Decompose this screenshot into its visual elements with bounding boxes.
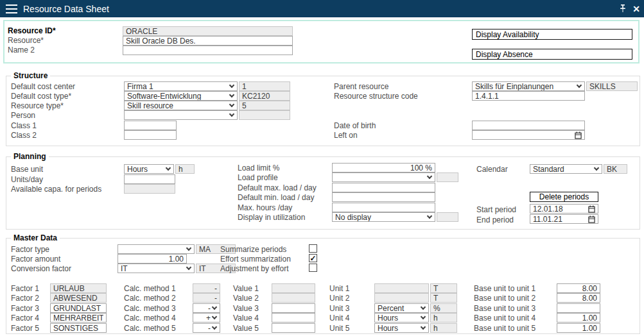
- person-label: Person: [11, 111, 35, 120]
- window-title: Resource Data Sheet: [23, 4, 109, 14]
- menu-icon[interactable]: [6, 4, 17, 13]
- factor-amount-label: Factor amount: [11, 255, 60, 264]
- effort-summarization-checkbox[interactable]: ✓: [309, 254, 317, 262]
- summarize-periods-checkbox[interactable]: [309, 244, 317, 253]
- calc-method4-label: Calc. method 4: [124, 314, 176, 323]
- resource-structure-code-label: Resource structure code: [334, 92, 418, 101]
- calendar-select[interactable]: Standard: [530, 164, 602, 174]
- person-select[interactable]: [124, 110, 238, 120]
- default-min-load-field[interactable]: [332, 192, 435, 202]
- resource-type-select[interactable]: Skill resource: [124, 101, 238, 110]
- chevron-down-icon: [427, 214, 432, 219]
- unit3-select[interactable]: Percent: [374, 303, 429, 313]
- adjustment-by-effort-checkbox[interactable]: [309, 264, 317, 272]
- date-of-birth-field[interactable]: [472, 121, 585, 130]
- display-absence-button[interactable]: Display Absence: [472, 49, 632, 60]
- value3-label: Value 3: [233, 304, 259, 313]
- resource-data-sheet-window: Resource Data Sheet ✕ Resource ID* Resou…: [0, 0, 644, 336]
- default-cost-center-code: 1: [239, 81, 290, 91]
- calc-method2-label: Calc. method 2: [124, 294, 176, 303]
- load-limit-field[interactable]: 100 %: [332, 163, 435, 172]
- delete-periods-button[interactable]: Delete periods: [530, 192, 598, 202]
- pushpin-icon[interactable]: [618, 4, 627, 13]
- factor5-label: Factor 5: [11, 324, 39, 333]
- display-availability-button[interactable]: Display Availability: [472, 29, 632, 40]
- value4-label: Value 4: [233, 314, 259, 323]
- class2-field[interactable]: [124, 130, 177, 140]
- calc-method3-select[interactable]: -: [193, 303, 220, 313]
- base-unit-to-unit2-field[interactable]: 8.00: [557, 293, 600, 303]
- resource-name-field[interactable]: Skill Oracle DB Des.: [123, 36, 293, 46]
- resource-type-label: Resource type*: [11, 101, 64, 110]
- unit5-select[interactable]: Hours: [374, 323, 429, 333]
- value4-field[interactable]: [272, 313, 315, 323]
- calendar-icon[interactable]: [588, 205, 595, 213]
- calc-method5-select[interactable]: -: [193, 323, 220, 333]
- name2-field[interactable]: [123, 46, 293, 55]
- resource-label: Resource*: [8, 36, 44, 45]
- load-profile-label: Load profile: [238, 173, 278, 182]
- conversion-factor-label: Conversion factor: [11, 264, 71, 273]
- factor-amount-field[interactable]: 1.00: [117, 254, 187, 264]
- calendar-icon[interactable]: [588, 215, 595, 223]
- name2-label: Name 2: [8, 46, 35, 55]
- unit3-label: Unit 3: [329, 304, 349, 313]
- default-cost-type-label: Default cost type*: [11, 92, 71, 101]
- default-max-load-field[interactable]: [332, 183, 435, 192]
- class1-label: Class 1: [11, 121, 37, 130]
- value5-field[interactable]: [272, 323, 315, 333]
- max-hours-label: Max. hours /day: [238, 203, 292, 212]
- calendar-icon[interactable]: [575, 131, 582, 139]
- max-hours-field[interactable]: [332, 203, 435, 212]
- unit1-select: [374, 283, 429, 293]
- unit3-code: %: [430, 303, 457, 313]
- calc-method5-label: Calc. method 5: [124, 324, 176, 333]
- value3-field[interactable]: [272, 303, 315, 313]
- base-unit-to-unit4-field[interactable]: 1.00: [557, 313, 600, 323]
- start-period-field[interactable]: 12.01.18: [530, 204, 598, 214]
- factor2-label: Factor 2: [11, 294, 39, 303]
- date-of-birth-label: Date of birth: [334, 121, 376, 130]
- base-unit-to-unit1-field[interactable]: 8.00: [557, 283, 600, 293]
- base-unit-label: Base unit: [11, 165, 43, 174]
- load-profile-select[interactable]: [332, 172, 435, 182]
- master-data-legend: Master Data: [11, 233, 60, 242]
- calendar-code: BK: [604, 164, 627, 174]
- resource-structure-code-field[interactable]: 1.4.1.1: [472, 91, 585, 101]
- structure-legend: Structure: [11, 71, 50, 80]
- base-unit-to-unit3-field[interactable]: [557, 303, 600, 313]
- summarize-periods-label: Summarize periods: [220, 245, 286, 254]
- end-period-field[interactable]: 11.01.21: [530, 214, 598, 224]
- parent-resource-code: SKILLS: [586, 81, 638, 91]
- base-unit-select[interactable]: Hours: [124, 164, 174, 174]
- calc-method4-select[interactable]: +: [193, 313, 220, 323]
- factor4-name-field[interactable]: MEHRARBEIT: [50, 313, 107, 323]
- unit4-label: Unit 4: [329, 314, 349, 323]
- conversion-factor-select[interactable]: IT: [117, 264, 195, 273]
- parent-resource-select[interactable]: Skills für Einplanungen: [472, 81, 585, 91]
- class1-field[interactable]: [124, 121, 177, 130]
- value2-label: Value 2: [233, 294, 259, 303]
- left-on-field[interactable]: [472, 130, 585, 140]
- resource-id-field: ORACLE: [123, 26, 293, 36]
- units-day-field[interactable]: [124, 174, 175, 184]
- unit4-select[interactable]: Hours: [374, 313, 429, 323]
- close-icon[interactable]: ✕: [632, 4, 640, 13]
- chevron-down-icon: [421, 324, 426, 330]
- factor3-name-field[interactable]: GRUNDLAST: [50, 303, 107, 313]
- chevron-down-icon: [427, 174, 432, 179]
- chevron-down-icon: [212, 314, 217, 319]
- base-unit-to-unit5-field[interactable]: 1.00: [557, 323, 600, 333]
- base-unit-to-unit2-label: Base unit to unit 2: [474, 294, 535, 303]
- factor4-label: Factor 4: [11, 314, 39, 323]
- factor-type-select[interactable]: [117, 244, 195, 254]
- display-in-utilization-select[interactable]: No display: [332, 212, 435, 222]
- value1-label: Value 1: [233, 284, 259, 293]
- effort-summarization-label: Effort summarization: [220, 255, 291, 264]
- default-cost-type-select[interactable]: Software-Entwicklung: [124, 91, 238, 101]
- default-cost-center-select[interactable]: Firma 1: [124, 81, 238, 91]
- chevron-down-icon: [421, 314, 426, 319]
- factor1-name-field: URLAUB: [50, 283, 107, 293]
- base-unit-to-unit4-label: Base unit to unit 4: [474, 314, 535, 323]
- factor5-name-field[interactable]: SONSTIGES: [50, 323, 107, 333]
